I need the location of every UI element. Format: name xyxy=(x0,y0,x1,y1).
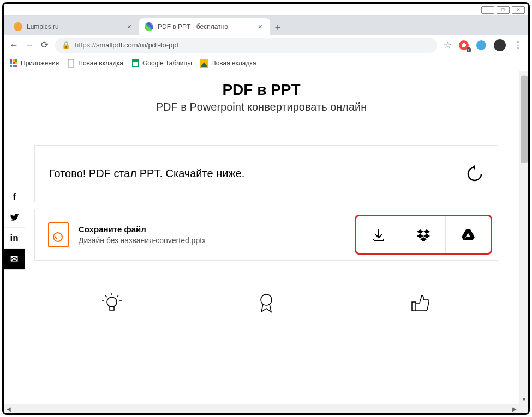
svg-rect-5 xyxy=(15,62,17,64)
vertical-scrollbar[interactable]: ▲ ▼ xyxy=(519,71,528,404)
svg-point-27 xyxy=(107,297,117,307)
dropbox-icon xyxy=(416,227,431,243)
back-button[interactable]: ← xyxy=(9,40,19,51)
tab-close-icon[interactable]: × xyxy=(125,22,134,31)
svg-rect-4 xyxy=(13,62,15,64)
new-tab-button[interactable]: + xyxy=(270,20,285,35)
scroll-right-arrow[interactable]: ▶ xyxy=(510,404,519,414)
svg-rect-11 xyxy=(133,62,138,66)
bookmark-label: Новая вкладка xyxy=(211,59,256,67)
page-subtitle: PDF в Powerpoint конвертировать онлайн xyxy=(4,101,519,113)
tab-favicon xyxy=(145,22,153,31)
url-text: https://smallpdf.com/ru/pdf-to-ppt xyxy=(75,41,178,49)
share-email[interactable]: ✉ xyxy=(4,249,25,269)
svg-point-34 xyxy=(261,294,272,305)
bookmark-google-sheets[interactable]: Google Таблицы xyxy=(131,59,192,68)
download-local-button[interactable] xyxy=(356,216,401,253)
svg-marker-20 xyxy=(423,229,430,234)
share-facebook[interactable]: f xyxy=(4,186,25,207)
svg-rect-0 xyxy=(10,59,12,62)
bookmark-new-tab-1[interactable]: Новая вкладка xyxy=(67,59,123,68)
maximize-button[interactable]: □ xyxy=(497,6,510,14)
url-input[interactable]: 🔒 https://smallpdf.com/ru/pdf-to-ppt xyxy=(55,38,437,53)
twitter-icon xyxy=(10,213,19,222)
image-icon xyxy=(200,59,208,68)
svg-marker-26 xyxy=(464,237,475,240)
forward-button[interactable]: → xyxy=(25,40,34,51)
svg-marker-23 xyxy=(420,237,427,241)
download-card: Сохраните файл Дизайн без названия-conve… xyxy=(34,209,498,261)
svg-rect-28 xyxy=(110,307,114,310)
lock-icon: 🔒 xyxy=(62,41,70,49)
bookmarks-bar: Приложения Новая вкладка Google Таблицы … xyxy=(4,55,528,71)
dropbox-button[interactable] xyxy=(401,216,446,253)
bookmark-apps[interactable]: Приложения xyxy=(9,59,59,68)
tab-title: PDF в PPT - бесплатно xyxy=(158,23,228,31)
svg-rect-9 xyxy=(68,59,74,67)
svg-rect-3 xyxy=(10,62,12,64)
tab-close-icon[interactable]: × xyxy=(256,22,265,31)
tab-favicon xyxy=(14,22,22,31)
svg-rect-2 xyxy=(15,59,17,62)
sheets-icon xyxy=(131,59,140,68)
apps-icon xyxy=(9,59,18,68)
reload-button[interactable]: ⟳ xyxy=(41,39,49,51)
profile-avatar[interactable] xyxy=(494,39,506,51)
google-drive-icon xyxy=(461,227,476,243)
extension-opera-icon[interactable]: 1 xyxy=(459,40,469,50)
download-icon xyxy=(372,228,386,242)
status-card: Готово! PDF стал PPT. Скачайте ниже. xyxy=(34,145,498,202)
minimize-button[interactable]: — xyxy=(481,6,494,14)
social-share-bar: f in ✉ xyxy=(4,186,25,270)
features-row xyxy=(34,292,498,314)
award-icon[interactable] xyxy=(255,292,277,314)
doc-icon xyxy=(67,59,75,68)
restart-icon[interactable] xyxy=(466,165,483,183)
ready-message: Готово! PDF стал PPT. Скачайте ниже. xyxy=(49,167,244,180)
svg-marker-22 xyxy=(423,234,430,238)
svg-rect-8 xyxy=(15,65,17,67)
bookmark-label: Приложения xyxy=(21,59,59,67)
extension-globe-icon[interactable] xyxy=(476,40,486,50)
svg-marker-14 xyxy=(472,165,475,170)
bookmark-label: Новая вкладка xyxy=(78,59,123,67)
scroll-down-arrow[interactable]: ▼ xyxy=(519,395,528,404)
scroll-left-arrow[interactable]: ◀ xyxy=(4,404,13,414)
svg-line-32 xyxy=(105,295,107,297)
titlebar: — □ ✕ xyxy=(4,4,528,16)
bookmark-new-tab-2[interactable]: Новая вкладка xyxy=(200,59,256,68)
svg-line-33 xyxy=(117,295,118,297)
svg-rect-6 xyxy=(10,65,12,67)
google-drive-button[interactable] xyxy=(446,216,491,253)
download-options-highlight xyxy=(355,215,492,255)
pptx-file-icon xyxy=(48,222,69,247)
svg-rect-7 xyxy=(13,65,15,67)
close-button[interactable]: ✕ xyxy=(512,6,525,14)
tab-pdf-to-ppt[interactable]: PDF в PPT - бесплатно × xyxy=(139,18,270,35)
share-twitter[interactable] xyxy=(4,207,25,228)
page-title: PDF в PPT xyxy=(4,81,519,99)
tab-lumpics[interactable]: Lumpics.ru × xyxy=(8,18,139,35)
horizontal-scrollbar[interactable]: ◀ ▶ xyxy=(4,404,528,413)
bookmark-star-icon[interactable]: ☆ xyxy=(444,40,451,50)
thumbs-up-icon[interactable] xyxy=(410,292,432,314)
menu-button[interactable]: ⋮ xyxy=(513,39,523,51)
tab-strip: Lumpics.ru × PDF в PPT - бесплатно × + xyxy=(4,16,528,35)
svg-rect-35 xyxy=(412,302,416,311)
scroll-thumb[interactable] xyxy=(521,76,528,163)
address-bar: ← → ⟳ 🔒 https://smallpdf.com/ru/pdf-to-p… xyxy=(4,35,528,55)
bookmark-label: Google Таблицы xyxy=(142,59,192,67)
save-label: Сохраните файл xyxy=(79,225,206,234)
svg-marker-21 xyxy=(417,234,423,238)
svg-marker-19 xyxy=(417,229,423,234)
lightbulb-icon[interactable] xyxy=(101,292,123,314)
svg-rect-1 xyxy=(13,59,15,62)
tab-title: Lumpics.ru xyxy=(27,23,59,31)
filename: Дизайн без названия-converted.pptx xyxy=(79,236,206,245)
share-linkedin[interactable]: in xyxy=(4,228,25,249)
